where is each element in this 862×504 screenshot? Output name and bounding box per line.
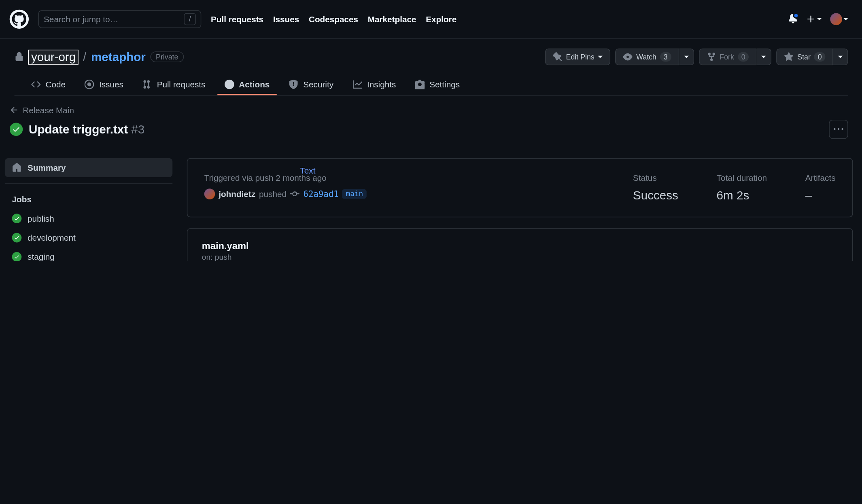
- edit-pins-label: Edit Pins: [566, 53, 594, 61]
- run-status-icon: [10, 123, 23, 136]
- nav-marketplace[interactable]: Marketplace: [368, 15, 416, 24]
- workflow-run-number: #3: [131, 123, 144, 136]
- artifacts-column: Artifacts –: [805, 173, 836, 203]
- nav-issues[interactable]: Issues: [273, 15, 299, 24]
- sidebar-summary-label: Summary: [28, 163, 66, 173]
- graph-trigger-line: on: push: [202, 253, 838, 261]
- star-label: Star: [797, 53, 811, 61]
- sidebar-job-staging[interactable]: staging: [5, 247, 172, 261]
- watch-button[interactable]: Watch 3: [615, 49, 679, 65]
- edit-pins-button[interactable]: Edit Pins: [545, 49, 611, 65]
- commit-icon: [290, 189, 300, 199]
- tab-insights[interactable]: Insights: [346, 75, 403, 95]
- repo-title-row: your-org / metaphor Private Edit Pins Wa…: [15, 49, 848, 65]
- sidebar-summary[interactable]: Summary: [5, 158, 172, 177]
- github-mark-icon: [12, 12, 27, 27]
- global-header: Search or jump to… / Pull requests Issue…: [0, 0, 862, 39]
- repo-action-buttons: Edit Pins Watch 3 Fork 0: [545, 49, 848, 65]
- play-icon: [225, 80, 234, 89]
- job-label: publish: [28, 214, 54, 223]
- status-column: Status Success: [633, 173, 678, 203]
- nav-explore[interactable]: Explore: [426, 15, 456, 24]
- workflow-title-row: Update trigger.txt #3: [0, 117, 862, 148]
- pull-request-icon: [142, 80, 152, 89]
- tab-code[interactable]: Code: [24, 75, 73, 95]
- star-dropdown-button[interactable]: [833, 49, 848, 65]
- workflow-main: Text Triggered via push 2 months ago joh…: [187, 158, 858, 261]
- actor-username[interactable]: johndietz: [219, 189, 255, 199]
- commit-sha-link[interactable]: 62a9ad1: [303, 189, 338, 199]
- workflow-run-page: Release Main Update trigger.txt #3 Summa…: [0, 96, 862, 261]
- job-success-icon: [12, 214, 22, 223]
- home-icon: [12, 163, 22, 173]
- watch-button-group: Watch 3: [615, 49, 694, 65]
- nav-codespaces[interactable]: Codespaces: [309, 15, 358, 24]
- trigger-column: Triggered via push 2 months ago johndiet…: [204, 173, 595, 203]
- caret-down-icon: [684, 56, 689, 58]
- repo-name-link[interactable]: metaphor: [91, 50, 146, 64]
- floating-text-annotation: Text: [300, 166, 315, 176]
- workflow-title-text: Update trigger.txt: [29, 123, 128, 136]
- fork-dropdown-button[interactable]: [757, 49, 772, 65]
- workflow-back-link[interactable]: Release Main: [0, 105, 862, 115]
- pin-icon: [553, 52, 563, 62]
- branch-badge[interactable]: main: [342, 189, 367, 199]
- notification-indicator-dot: [793, 12, 799, 18]
- user-menu[interactable]: [830, 13, 848, 25]
- sidebar-jobs-heading: Jobs: [5, 190, 172, 209]
- repo-visibility-badge: Private: [151, 51, 184, 62]
- star-icon: [784, 52, 794, 62]
- github-logo[interactable]: [10, 10, 29, 29]
- sidebar-divider: [5, 183, 172, 184]
- status-value: Success: [633, 188, 678, 202]
- search-slash-hint: /: [184, 13, 196, 25]
- watch-label: Watch: [636, 53, 656, 61]
- fork-button[interactable]: Fork 0: [699, 49, 757, 65]
- trigger-user-row: johndietz pushed 62a9ad1 main: [204, 188, 595, 199]
- plus-icon: [806, 15, 816, 24]
- graph-title: main.yaml: [202, 241, 838, 252]
- check-icon: [12, 125, 21, 133]
- create-new-dropdown[interactable]: [806, 15, 822, 24]
- watch-dropdown-button[interactable]: [679, 49, 694, 65]
- workflow-more-button[interactable]: [829, 120, 848, 139]
- tab-security[interactable]: Security: [282, 75, 341, 95]
- global-search-input[interactable]: Search or jump to… /: [38, 10, 202, 28]
- caret-down-icon: [838, 56, 843, 58]
- tab-insights-label: Insights: [367, 80, 396, 89]
- graph-icon: [352, 80, 362, 89]
- notifications-button[interactable]: [788, 13, 798, 25]
- watch-count: 3: [660, 52, 671, 62]
- repo-org-link[interactable]: your-org: [29, 50, 78, 64]
- job-success-icon: [12, 233, 22, 243]
- tab-pulls-label: Pull requests: [157, 80, 206, 89]
- caret-down-icon: [762, 56, 766, 58]
- workflow-title: Update trigger.txt #3: [29, 123, 144, 136]
- nav-pull-requests[interactable]: Pull requests: [211, 15, 263, 24]
- check-icon: [14, 216, 20, 222]
- fork-icon: [707, 52, 716, 62]
- tab-code-label: Code: [45, 80, 66, 89]
- search-placeholder: Search or jump to…: [44, 15, 118, 24]
- duration-label: Total duration: [717, 173, 767, 183]
- tab-pulls[interactable]: Pull requests: [135, 75, 212, 95]
- issue-icon: [85, 80, 94, 89]
- actor-avatar[interactable]: [204, 188, 215, 199]
- tab-issues[interactable]: Issues: [78, 75, 131, 95]
- job-label: development: [28, 233, 76, 243]
- fork-label: Fork: [720, 53, 734, 61]
- tab-settings[interactable]: Settings: [408, 75, 467, 95]
- tab-actions[interactable]: Actions: [217, 75, 277, 95]
- shield-icon: [289, 80, 299, 89]
- tab-actions-label: Actions: [239, 80, 270, 89]
- job-success-icon: [12, 252, 22, 261]
- star-count: 0: [814, 52, 826, 62]
- tab-issues-label: Issues: [99, 80, 123, 89]
- summary-card: Text Triggered via push 2 months ago joh…: [187, 158, 853, 218]
- repo-nav-tabs: Code Issues Pull requests Actions Securi…: [15, 75, 848, 96]
- sidebar-job-development[interactable]: development: [5, 228, 172, 247]
- caret-down-icon: [843, 18, 848, 20]
- sidebar-job-publish[interactable]: publish: [5, 209, 172, 228]
- repo-header: your-org / metaphor Private Edit Pins Wa…: [0, 39, 862, 96]
- star-button[interactable]: Star 0: [777, 49, 833, 65]
